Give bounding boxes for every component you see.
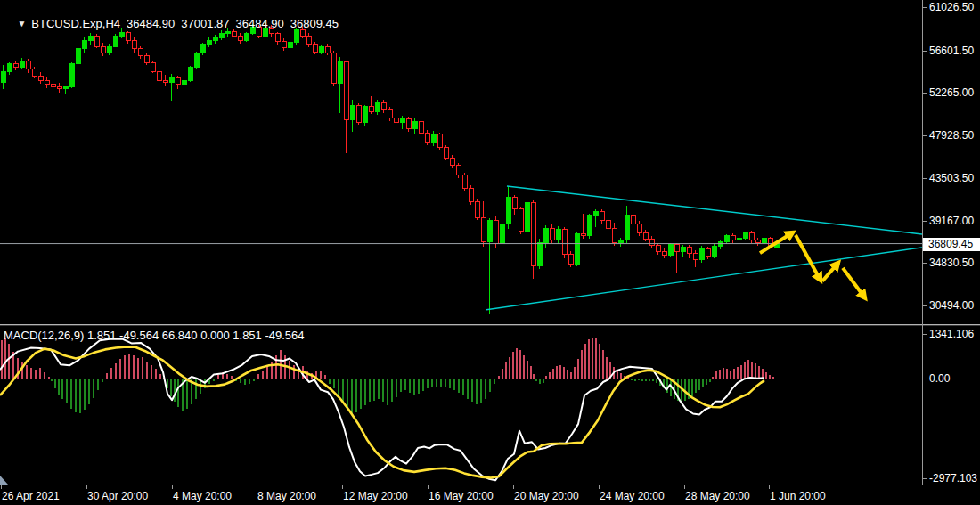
histogram-bar-positive: [758, 366, 760, 379]
histogram-bar-positive: [8, 344, 10, 379]
candle-bullish: [543, 228, 548, 242]
histogram-bar-negative: [485, 379, 486, 398]
histogram-bar-positive: [289, 361, 290, 379]
histogram-bar-positive: [588, 339, 590, 379]
candle-bearish: [51, 85, 55, 87]
macd-indicator-label: MACD(12,26,9) 1.851 -49.564 66.840 0.000…: [4, 329, 305, 342]
candle-bearish: [13, 64, 18, 67]
candle-bearish: [437, 134, 442, 147]
candle-bearish: [406, 118, 411, 128]
histogram-bar-positive: [257, 374, 259, 379]
histogram-bar-negative: [391, 379, 393, 402]
candle-bullish: [76, 49, 80, 64]
histogram-bar-negative: [638, 379, 640, 380]
candle-bearish: [674, 245, 679, 252]
histogram-bar-negative: [347, 379, 348, 409]
histogram-bar-negative: [404, 379, 406, 390]
candle-bearish: [662, 251, 666, 255]
histogram-bar-negative: [656, 379, 657, 382]
candle-bearish: [151, 62, 155, 71]
histogram-bar-positive: [617, 371, 618, 379]
candle-bullish: [699, 249, 704, 260]
histogram-bar-negative: [61, 379, 63, 399]
candle-bearish: [494, 220, 498, 243]
pane-resize-handle-icon[interactable]: [0, 476, 8, 485]
histogram-bar-positive: [106, 373, 108, 379]
candle-bearish: [687, 248, 691, 254]
candle-bullish: [63, 87, 68, 89]
macd-name: MACD(12,26,9): [4, 329, 84, 342]
main-chart-canvas[interactable]: [0, 0, 922, 326]
histogram-bar-negative: [695, 379, 697, 393]
histogram-bar-positive: [730, 371, 731, 379]
histogram-bar-positive: [733, 369, 735, 379]
time-axis[interactable]: 26 Apr 202130 Apr 20:004 May 20:008 May …: [0, 485, 980, 505]
histogram-bar-negative: [436, 379, 437, 387]
candle-bearish: [462, 175, 467, 188]
histogram-bar-positive: [570, 372, 572, 379]
candle-bearish: [606, 220, 610, 228]
histogram-bar-negative: [453, 379, 455, 390]
histogram-bar-negative: [70, 379, 72, 409]
candle-bullish: [668, 245, 673, 256]
candle-bearish: [356, 105, 361, 123]
candle-bullish: [375, 103, 380, 111]
histogram-bar-positive: [712, 377, 714, 379]
candle-bearish: [512, 198, 517, 209]
close-value: 36809.45: [290, 17, 339, 30]
histogram-bar-negative: [535, 379, 537, 381]
price-axis-label: 56601.50: [929, 45, 974, 57]
histogram-bar-positive: [737, 367, 739, 379]
macd-indicator-canvas[interactable]: [0, 328, 922, 485]
candle-bearish: [562, 229, 567, 255]
candle-bearish: [176, 78, 180, 85]
histogram-bar-positive: [512, 352, 514, 379]
histogram-bar-negative: [97, 379, 99, 389]
histogram-bar-positive: [159, 374, 161, 379]
histogram-bar-negative: [333, 379, 335, 388]
macd-pane-bg: [0, 328, 922, 485]
candle-bearish: [394, 118, 398, 122]
histogram-bar-negative: [79, 379, 81, 413]
histogram-bar-positive: [715, 371, 717, 379]
candle-bearish: [325, 46, 330, 53]
histogram-bar-positive: [533, 374, 535, 379]
candle-bearish: [344, 62, 348, 120]
candle-bearish: [419, 122, 423, 134]
histogram-bar-negative: [93, 379, 94, 398]
candle-bullish: [718, 242, 723, 247]
axis-tick: [922, 51, 927, 52]
histogram-bar-negative: [329, 379, 331, 384]
histogram-bar-negative: [387, 379, 388, 405]
price-axis-label: 47928.50: [929, 129, 974, 142]
histogram-bar-positive: [772, 377, 774, 379]
histogram-bar-positive: [552, 369, 554, 379]
histogram-bar-negative: [177, 379, 179, 407]
candle-bearish: [444, 147, 448, 158]
histogram-bar-negative: [54, 379, 56, 388]
histogram-bar-positive: [595, 338, 597, 379]
time-axis-tick: [172, 485, 173, 489]
histogram-bar-positive: [44, 372, 45, 379]
candle-bullish: [625, 216, 629, 240]
candle-bearish: [456, 166, 461, 175]
histogram-bar-positive: [151, 365, 152, 379]
histogram-bar-negative: [364, 379, 366, 405]
candle-bullish: [431, 134, 436, 143]
histogram-bar-negative: [195, 379, 197, 398]
histogram-bar-positive: [133, 355, 135, 379]
histogram-bar-positive: [559, 365, 561, 379]
histogram-bar-positive: [119, 359, 121, 379]
open-value: 36484.90: [127, 17, 175, 30]
histogram-bar-positive: [549, 372, 551, 379]
axis-tick: [922, 178, 927, 179]
histogram-bar-positive: [320, 371, 322, 379]
macd-values: 1.851 -49.564 66.840 0.000 1.851 -49.564: [87, 329, 305, 342]
candle-bullish: [681, 248, 685, 252]
candle-bearish: [32, 69, 37, 76]
histogram-bar-negative: [213, 379, 215, 380]
histogram-bar-negative: [369, 379, 371, 402]
histogram-bar-positive: [530, 366, 532, 379]
time-axis-label: 28 May 20:00: [685, 490, 750, 502]
axis-tick: [922, 305, 927, 306]
